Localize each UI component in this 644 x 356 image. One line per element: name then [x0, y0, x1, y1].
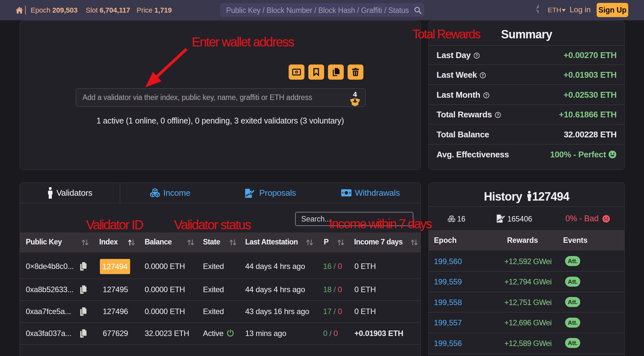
- svg-text:?: ?: [476, 54, 478, 58]
- svg-text:?: ?: [485, 93, 487, 98]
- svg-text:0: 0: [296, 71, 297, 74]
- svg-text:?: ?: [497, 113, 499, 117]
- svg-text:?: ?: [482, 73, 484, 78]
